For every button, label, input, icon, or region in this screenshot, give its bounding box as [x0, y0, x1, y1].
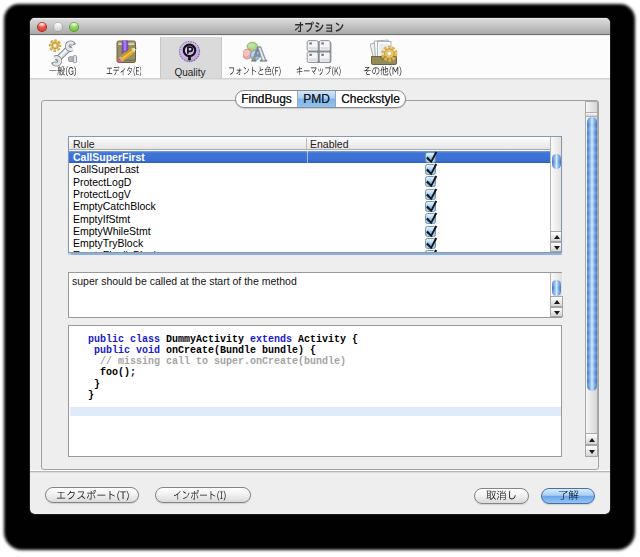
svg-text:A: A — [252, 42, 268, 64]
